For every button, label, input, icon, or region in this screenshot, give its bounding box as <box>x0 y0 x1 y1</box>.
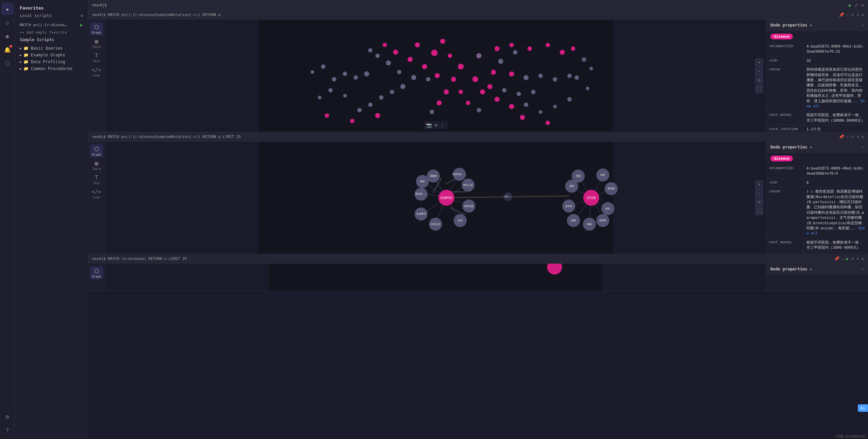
terminal-expand-button[interactable]: ⤢ <box>854 2 858 8</box>
screenshot-icon[interactable]: 📷 <box>426 122 432 128</box>
svg-point-126 <box>350 119 354 123</box>
svg-point-95 <box>379 95 383 100</box>
folder-data-profiling[interactable]: ▶ 📁 Data Profiling <box>15 58 88 65</box>
terminal-play-button[interactable]: ▶ <box>849 2 851 8</box>
folder-common-procedures[interactable]: ▶ 📁 Common Procedures <box>15 65 88 72</box>
sidebar-icon-notifications[interactable]: 🔔 <box>1 43 14 56</box>
query-download-button[interactable]: ⬇ <box>856 12 859 17</box>
query-expand-button-2[interactable]: ⤢ <box>851 134 854 139</box>
zoom-in-button[interactable]: + <box>755 58 763 67</box>
svg-point-105 <box>502 88 506 92</box>
query-close-button[interactable]: ✕ <box>861 12 864 17</box>
tool-graph-2[interactable]: ⬡ Graph <box>90 144 103 157</box>
graph-svg-1 <box>105 20 766 132</box>
terminal-bar: neo4j$ ▶ ⤢ ✕ <box>88 0 868 10</box>
svg-point-108 <box>524 103 528 107</box>
query-close-button-3[interactable]: ✕ <box>861 256 864 261</box>
sidebar-icon-settings[interactable]: ⚙ <box>1 410 14 423</box>
svg-point-118 <box>582 57 586 62</box>
sidebar-icon-plugins[interactable]: ⬡ <box>1 57 14 69</box>
table-label: Table <box>92 45 101 49</box>
fullscreen-btn-2[interactable]: ⛶ <box>755 207 763 215</box>
node-props-expand-1[interactable]: › <box>861 22 864 28</box>
tool-code-2[interactable]: </> Code <box>90 187 103 200</box>
graph-icon-2: ⬡ <box>94 146 99 152</box>
folder-example-graphs[interactable]: ▶ 📁 Example Graphs <box>15 52 88 58</box>
query-header-1: neo4j$ MATCH p=()-[r:diseaseSymptomRelat… <box>88 10 868 20</box>
sidebar-icon-favorites[interactable]: ★ <box>1 3 14 15</box>
graph-area-2[interactable]: diseaseSymptomR... diseaseSymptomR... di… <box>105 142 766 254</box>
sidebar-icon-help[interactable]: ? <box>1 424 14 436</box>
node-props-title-2: Node properties ✦ <box>770 145 812 150</box>
query-close-button-2[interactable]: ✕ <box>861 134 864 139</box>
svg-point-119 <box>589 67 593 70</box>
query-play-button-3[interactable]: ▶ <box>846 256 849 261</box>
node-props-expand-3[interactable]: › <box>861 266 864 272</box>
svg-point-114 <box>311 70 314 74</box>
tool-graph-3[interactable]: ⬡ Graph <box>90 266 103 279</box>
svg-point-97 <box>354 75 358 80</box>
query-star-button-3[interactable]: ☆ <box>841 256 844 261</box>
graph-area-3[interactable] <box>105 264 766 291</box>
add-favorite-button[interactable]: + + Add empty favorite <box>15 29 88 36</box>
node-props-header-3: Node properties ✦ › <box>766 264 868 275</box>
svg-point-58 <box>422 64 427 69</box>
svg-point-88 <box>386 60 391 66</box>
svg-text:有毛上述: 有毛上述 <box>463 183 473 187</box>
ai-badge[interactable]: Ai <box>858 404 868 412</box>
query-expand-button[interactable]: ⤢ <box>851 12 854 17</box>
fullscreen-button[interactable]: ⛶ <box>755 85 763 93</box>
tool-table-2[interactable]: ▦ Table <box>90 159 103 172</box>
svg-point-83 <box>509 104 514 109</box>
code-icon-2: </> <box>91 189 101 195</box>
tool-text-1[interactable]: T Text <box>90 51 103 64</box>
node-props-expand-2[interactable]: › <box>861 144 864 150</box>
svg-point-116 <box>318 96 322 100</box>
query-content-2: ⬡ Graph ▦ Table T Text </> Code <box>88 142 868 254</box>
svg-point-69 <box>487 84 493 89</box>
tool-code-1[interactable]: </> Code <box>90 65 103 78</box>
query-download-button-2[interactable]: ⬇ <box>856 134 859 139</box>
panel-favorites-title: Favorites <box>15 4 88 13</box>
query-header-2: neo4j$ MATCH p=()-[r:diseaseSymptomRelat… <box>88 132 868 142</box>
text-label: Text <box>93 59 100 63</box>
query-star-button-2[interactable]: ☆ <box>846 134 849 139</box>
prop-val: 1-2个月 <box>804 125 868 132</box>
local-scripts-settings-icon[interactable]: ⚙ <box>81 13 83 18</box>
query-pin-button-3[interactable]: 📌 <box>834 256 839 261</box>
script-item-text: MATCH p=()-[r:diseaseSymptom... <box>20 23 67 27</box>
prop-row-elementid-1: <elementId> 4:baa92873-0009-49e2-bc8c-3e… <box>766 42 868 56</box>
text-label-2: Text <box>93 181 100 185</box>
home-icon: ⌂ <box>6 19 9 26</box>
svg-point-64 <box>440 39 445 44</box>
svg-point-127 <box>325 113 329 118</box>
tool-graph-1[interactable]: ⬡ Graph <box>90 22 103 35</box>
folder-basic-queries[interactable]: ▶ 📁 Basic Queries <box>15 45 88 52</box>
query-download-button-3[interactable]: ⬇ <box>856 256 859 261</box>
zoom-in-btn-2[interactable]: + <box>755 180 763 189</box>
scripts-panel: Favorites Local scripts ⚙ MATCH p=()-[r:… <box>15 0 88 439</box>
zoom-out-btn-2[interactable]: − <box>755 189 763 197</box>
tool-text-2[interactable]: T Text <box>90 173 103 186</box>
graph-area-1[interactable]: + − ⊡ ⛶ 📷 ⊕ ⋮ <box>105 20 766 132</box>
query-toolbar-1: ⬡ Graph ▦ Table T Text </> Code <box>88 20 105 132</box>
script-run-button[interactable]: ▶ <box>80 22 83 28</box>
query-pin-button-2[interactable]: 📌 <box>839 134 844 139</box>
fit-button[interactable]: ⊡ <box>755 76 763 84</box>
tool-table-1[interactable]: ▦ Table <box>90 37 103 50</box>
sidebar-icon-database[interactable]: ◉ <box>1 30 14 42</box>
script-item-favorite[interactable]: MATCH p=()-[r:diseaseSymptom... ▶ <box>15 21 88 29</box>
svg-point-61 <box>451 77 456 82</box>
fit-btn-2[interactable]: ⊡ <box>755 198 763 206</box>
query-expand-button-3[interactable]: ⤢ <box>851 256 854 261</box>
graph-more-icon[interactable]: ⋮ <box>440 122 445 128</box>
sidebar-icon-home[interactable]: ⌂ <box>1 16 14 29</box>
query-star-button[interactable]: ☆ <box>846 12 849 17</box>
graph-edit-icon[interactable]: ⊕ <box>435 122 437 128</box>
terminal-close-button[interactable]: ✕ <box>861 2 864 8</box>
local-scripts-header: Local scripts ⚙ <box>15 13 88 21</box>
svg-point-68 <box>491 70 496 75</box>
query-pin-button[interactable]: 📌 <box>839 12 844 17</box>
svg-text:血症: 血症 <box>605 207 610 210</box>
zoom-out-button[interactable]: − <box>755 67 763 75</box>
